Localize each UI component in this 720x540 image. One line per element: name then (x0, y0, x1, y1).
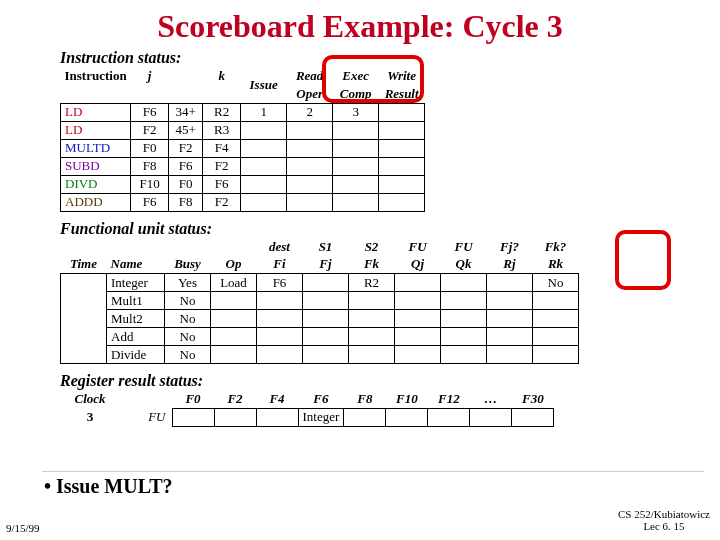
table-row: MULTD F0F2F4 (61, 139, 425, 157)
th-j: j (131, 67, 169, 85)
th-time: Time (61, 256, 107, 274)
fu-status-label: Functional unit status: (0, 220, 720, 238)
slide-footer: CS 252/Kubiatowicz Lec 6. 15 (618, 508, 710, 532)
reg-status-table: Clock F0 F2 F4 F6 F8 F10 F12 … F30 3 FU … (60, 390, 554, 427)
table-row: Integer YesLoad F6R2 No (61, 274, 579, 292)
highlight-ring-exec-write (322, 55, 424, 103)
table-row: SUBD F8F6F2 (61, 157, 425, 175)
th-op: Op (211, 256, 257, 274)
th-busy: Busy (165, 256, 211, 274)
table-row: 3 FU Integer (60, 408, 554, 426)
divider (42, 471, 704, 472)
th-name: Name (107, 256, 165, 274)
table-row: LD F245+R3 (61, 121, 425, 139)
slide-title: Scoreboard Example: Cycle 3 (0, 0, 720, 49)
table-row: DIVD F10F0F6 (61, 175, 425, 193)
table-row: Add No (61, 328, 579, 346)
highlight-ring-fk-rk (615, 230, 671, 290)
reg-status-label: Register result status: (0, 372, 720, 390)
th-k: k (203, 67, 241, 85)
table-row: LD F6 34+ R2 1 2 3 (61, 103, 425, 121)
table-row: Mult2 No (61, 310, 579, 328)
table-row: Divide No (61, 346, 579, 364)
th-instruction: Instruction (61, 67, 131, 85)
bullet-issue-mult: • Issue MULT? (44, 475, 173, 498)
table-row: ADDD F6F8F2 (61, 193, 425, 211)
th-clock: Clock (60, 390, 120, 408)
slide-date: 9/15/99 (6, 522, 40, 534)
table-row: Mult1 No (61, 292, 579, 310)
fu-status-table: dest S1 S2 FU FU Fj? Fk? Time Name Busy … (60, 238, 579, 365)
th-issue: Issue (241, 67, 287, 103)
